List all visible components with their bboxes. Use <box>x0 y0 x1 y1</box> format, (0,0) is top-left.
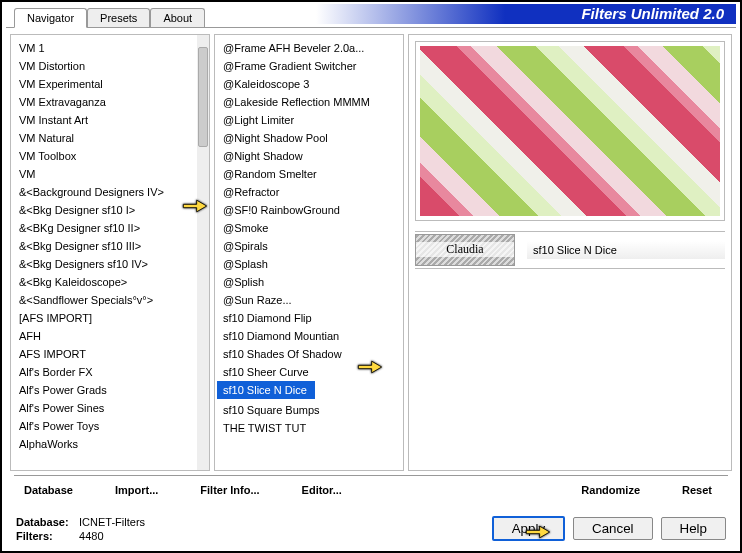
tab-about[interactable]: About <box>150 8 205 28</box>
action-buttons: Apply Cancel Help <box>492 516 726 541</box>
bottom-toolbar: Database Import... Filter Info... Editor… <box>14 475 728 499</box>
category-item[interactable]: &<Sandflower Specials°v°> <box>13 291 195 309</box>
status-filters-label: Filters: <box>16 529 76 543</box>
preview-image <box>415 41 725 221</box>
import-button[interactable]: Import... <box>105 482 168 498</box>
category-item[interactable]: VM Natural <box>13 129 195 147</box>
randomize-button[interactable]: Randomize <box>571 482 650 498</box>
status-database-value: ICNET-Filters <box>79 516 145 528</box>
category-item[interactable]: VM Distortion <box>13 57 195 75</box>
category-item[interactable]: AlphaWorks <box>13 435 195 453</box>
category-item[interactable]: VM Toolbox <box>13 147 195 165</box>
filter-item[interactable]: @Smoke <box>217 219 389 237</box>
cancel-button[interactable]: Cancel <box>573 517 653 540</box>
category-item[interactable]: &<Bkg Designer sf10 I> <box>13 201 195 219</box>
category-item[interactable]: &<BKg Designer sf10 II> <box>13 219 195 237</box>
preview-panel: sf10 Slice N Dice <box>408 34 732 471</box>
filter-item[interactable]: @Kaleidoscope 3 <box>217 75 389 93</box>
main-panel: VM 1VM DistortionVM ExperimentalVM Extra… <box>10 34 732 471</box>
filter-item[interactable]: sf10 Diamond Flip <box>217 309 389 327</box>
filter-thumbnail-icon <box>415 234 515 266</box>
category-item[interactable]: Alf's Power Toys <box>13 417 195 435</box>
category-item[interactable]: &<Background Designers IV> <box>13 183 195 201</box>
tab-strip: Navigator Presets About <box>14 8 205 28</box>
category-item[interactable]: &<Bkg Kaleidoscope> <box>13 273 195 291</box>
filter-item[interactable]: sf10 Diamond Mountian <box>217 327 389 345</box>
filter-info-button[interactable]: Filter Info... <box>190 482 269 498</box>
filter-item[interactable]: @Splash <box>217 255 389 273</box>
status-bar: Database: ICNET-Filters Filters: 4480 <box>16 515 145 543</box>
category-item[interactable]: VM Experimental <box>13 75 195 93</box>
database-button[interactable]: Database <box>14 482 83 498</box>
filter-item[interactable]: sf10 Sheer Curve <box>217 363 389 381</box>
filter-item[interactable]: @Spirals <box>217 237 389 255</box>
filter-item[interactable]: @Night Shadow <box>217 147 389 165</box>
category-item[interactable]: Alf's Power Sines <box>13 399 195 417</box>
category-item[interactable]: VM Instant Art <box>13 111 195 129</box>
selected-filter-row: sf10 Slice N Dice <box>415 231 725 269</box>
status-filters-value: 4480 <box>79 530 103 542</box>
category-item[interactable]: &<Bkg Designers sf10 IV> <box>13 255 195 273</box>
apply-button[interactable]: Apply <box>492 516 565 541</box>
filter-item[interactable]: @Frame AFH Beveler 2.0a... <box>217 39 389 57</box>
filter-list[interactable]: @Frame AFH Beveler 2.0a...@Frame Gradien… <box>214 34 404 471</box>
filter-item[interactable]: @Light Limiter <box>217 111 389 129</box>
filter-item[interactable]: @Splish <box>217 273 389 291</box>
filter-item[interactable]: sf10 Shades Of Shadow <box>217 345 389 363</box>
filter-item[interactable]: sf10 Square Bumps <box>217 401 389 419</box>
filter-item[interactable]: @Lakeside Reflection MMMM <box>217 93 389 111</box>
status-database-label: Database: <box>16 515 76 529</box>
tab-presets[interactable]: Presets <box>87 8 150 28</box>
filter-item[interactable]: @Sun Raze... <box>217 291 389 309</box>
filter-item[interactable]: @Random Smelter <box>217 165 389 183</box>
category-item[interactable]: [AFS IMPORT] <box>13 309 195 327</box>
category-list[interactable]: VM 1VM DistortionVM ExperimentalVM Extra… <box>10 34 210 471</box>
filter-item[interactable]: sf10 Slice N Dice <box>217 381 315 399</box>
category-item[interactable]: Alf's Border FX <box>13 363 195 381</box>
help-button[interactable]: Help <box>661 517 726 540</box>
tab-navigator[interactable]: Navigator <box>14 8 87 28</box>
category-scrollbar[interactable] <box>197 35 209 470</box>
app-title: Filters Unlimited 2.0 <box>316 4 736 24</box>
reset-button[interactable]: Reset <box>672 482 722 498</box>
editor-button[interactable]: Editor... <box>292 482 352 498</box>
filter-item[interactable]: @Night Shadow Pool <box>217 129 389 147</box>
filter-item[interactable]: @SF!0 RainbowGround <box>217 201 389 219</box>
category-item[interactable]: VM Extravaganza <box>13 93 195 111</box>
filter-item[interactable]: THE TWIST TUT <box>217 419 389 437</box>
filter-item[interactable]: @Refractor <box>217 183 389 201</box>
category-item[interactable]: AFH <box>13 327 195 345</box>
category-item[interactable]: AFS IMPORT <box>13 345 195 363</box>
filter-item[interactable]: @Frame Gradient Switcher <box>217 57 389 75</box>
category-item[interactable]: Alf's Power Grads <box>13 381 195 399</box>
category-item[interactable]: &<Bkg Designer sf10 III> <box>13 237 195 255</box>
selected-filter-name: sf10 Slice N Dice <box>527 241 725 259</box>
category-item[interactable]: VM 1 <box>13 39 195 57</box>
category-item[interactable]: VM <box>13 165 195 183</box>
